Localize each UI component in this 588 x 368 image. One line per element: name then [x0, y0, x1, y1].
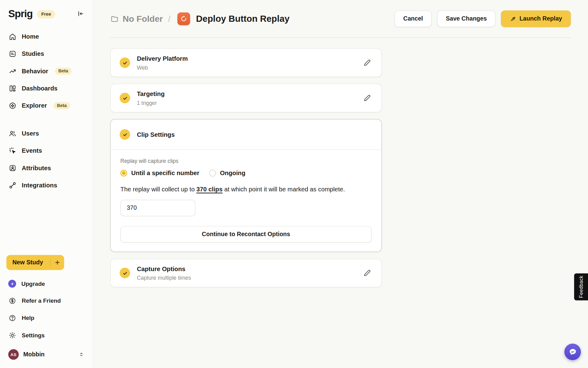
step-text: Clip Settings: [137, 130, 175, 139]
header-actions: Cancel Save Changes Launch Replay: [395, 10, 571, 27]
step-card-capture-options: Capture Options Capture multiple times: [110, 259, 382, 287]
step-head: Targeting 1 trigger: [111, 84, 381, 112]
radio-label-specific[interactable]: Until a specific number: [131, 169, 199, 176]
rocket-icon: [510, 16, 516, 22]
step-head: Clip Settings: [111, 119, 381, 149]
sidebar-item-upgrade[interactable]: Upgrade: [5, 275, 88, 292]
account-name: Mobbin: [23, 351, 45, 358]
explorer-icon: [8, 102, 17, 110]
breadcrumb-separator: /: [168, 14, 171, 24]
sidebar-item-help[interactable]: Help: [5, 309, 88, 327]
feedback-tab[interactable]: Feedback: [574, 273, 588, 300]
step-head: Delivery Platform Web: [111, 49, 381, 77]
sidebar-item-integrations[interactable]: Integrations: [5, 177, 88, 194]
sidebar-item-dashboards[interactable]: Dashboards: [5, 80, 88, 97]
sidebar-bottom: New Study Upgrade Refer a Friend Help Se…: [0, 255, 92, 368]
step-card-targeting: Targeting 1 trigger: [110, 84, 382, 112]
dashboards-icon: [8, 84, 17, 92]
app-root: Sprig Free Home Studies: [0, 0, 588, 368]
avatar: AS: [8, 349, 19, 360]
sidebar-item-explorer[interactable]: Explorer Beta: [5, 97, 88, 114]
step-title: Targeting: [137, 90, 165, 98]
edit-delivery-button[interactable]: [362, 57, 372, 68]
step-subtitle: Capture multiple times: [137, 274, 191, 281]
sidebar-item-label: Studies: [22, 50, 44, 57]
attributes-icon: [8, 164, 17, 172]
sidebar-item-label: Home: [22, 33, 39, 40]
main-content: No Folder / Deploy Button Replay Cancel …: [93, 0, 588, 368]
step-head: Capture Options Capture multiple times: [111, 259, 381, 287]
page-title: Deploy Button Replay: [196, 13, 289, 24]
integrations-icon: [8, 181, 17, 189]
behavior-icon: [8, 67, 17, 75]
pencil-icon: [364, 59, 371, 66]
sidebar-item-label: Settings: [22, 332, 45, 339]
account-switcher[interactable]: AS Mobbin: [5, 346, 88, 364]
users-icon: [8, 129, 17, 137]
pencil-icon: [364, 269, 371, 277]
step-text: Delivery Platform Web: [137, 55, 188, 71]
clip-count-input[interactable]: [120, 200, 195, 216]
step-complete-check-icon: [120, 93, 130, 103]
sidebar-item-events[interactable]: Events: [5, 142, 88, 159]
edit-capture-options-button[interactable]: [362, 268, 372, 278]
settings-gear-icon: [8, 331, 17, 339]
sidebar-item-label: Users: [22, 130, 39, 137]
chat-launcher-button[interactable]: [564, 343, 581, 360]
page-header: No Folder / Deploy Button Replay Cancel …: [110, 0, 571, 38]
sidebar-item-attributes[interactable]: Attributes: [5, 159, 88, 176]
radio-ongoing[interactable]: [209, 170, 216, 176]
sidebar-item-studies[interactable]: Studies: [5, 45, 88, 62]
sidebar-item-label: Behavior: [22, 67, 48, 75]
sidebar-item-label: Help: [22, 315, 34, 321]
step-complete-check-icon: [120, 129, 130, 140]
step-subtitle: Web: [137, 64, 188, 71]
new-study-button[interactable]: New Study: [6, 255, 64, 270]
step-complete-check-icon: [120, 57, 130, 68]
sidebar-item-settings[interactable]: Settings: [5, 327, 88, 344]
plan-badge: Free: [37, 10, 55, 18]
radio-dot: [122, 171, 126, 175]
upgrade-icon: [8, 280, 16, 288]
step-complete-check-icon: [120, 268, 130, 278]
launch-replay-label: Launch Replay: [519, 15, 562, 22]
beta-badge: Beta: [55, 67, 72, 75]
radio-until-specific-number[interactable]: [120, 170, 127, 176]
sidebar-item-behavior[interactable]: Behavior Beta: [5, 63, 88, 79]
clip-mode-radio-group: Until a specific number Ongoing: [120, 169, 371, 176]
sidebar-header: Sprig Free: [0, 0, 92, 25]
breadcrumb-folder[interactable]: No Folder: [123, 14, 163, 24]
beta-badge: Beta: [54, 102, 70, 109]
feedback-tab-label: Feedback: [578, 276, 584, 298]
sidebar-item-refer[interactable]: Refer a Friend: [5, 292, 88, 309]
sidebar-nav: Home Studies Behavior Beta Dashboards: [0, 28, 92, 194]
new-study-label: New Study: [6, 259, 50, 266]
sidebar-item-label: Explorer: [22, 102, 47, 109]
step-title: Delivery Platform: [137, 55, 188, 63]
radio-label-ongoing[interactable]: Ongoing: [220, 169, 245, 176]
chevron-up-down-icon: [78, 351, 85, 358]
events-icon: [8, 147, 17, 155]
sidebar-item-users[interactable]: Users: [5, 125, 88, 142]
collapse-sidebar-icon: [77, 10, 84, 18]
folder-icon: [110, 14, 119, 23]
sidebar-item-label: Upgrade: [21, 280, 45, 287]
save-changes-button[interactable]: Save Changes: [437, 10, 496, 27]
sentence-prefix: The replay will collect up to: [120, 186, 196, 193]
refer-friend-icon: [8, 297, 17, 305]
sidebar-item-home[interactable]: Home: [5, 28, 88, 45]
plus-icon[interactable]: [51, 259, 64, 266]
sentence-suffix: at which point it will be marked as comp…: [223, 186, 345, 193]
edit-targeting-button[interactable]: [362, 93, 372, 103]
clip-count-highlight: 370 clips: [196, 186, 222, 193]
launch-replay-button[interactable]: Launch Replay: [501, 10, 571, 27]
collapse-sidebar-button[interactable]: [77, 9, 85, 19]
step-title: Clip Settings: [137, 130, 175, 139]
continue-to-recontact-button[interactable]: Continue to Recontact Options: [120, 226, 371, 243]
sidebar-item-label: Attributes: [22, 164, 51, 171]
clip-settings-body: Replay will capture clips Until a specif…: [111, 149, 381, 251]
chat-bubble-icon: [568, 347, 577, 356]
step-text: Targeting 1 trigger: [137, 90, 165, 106]
pencil-icon: [364, 94, 371, 102]
cancel-button[interactable]: Cancel: [395, 10, 432, 27]
